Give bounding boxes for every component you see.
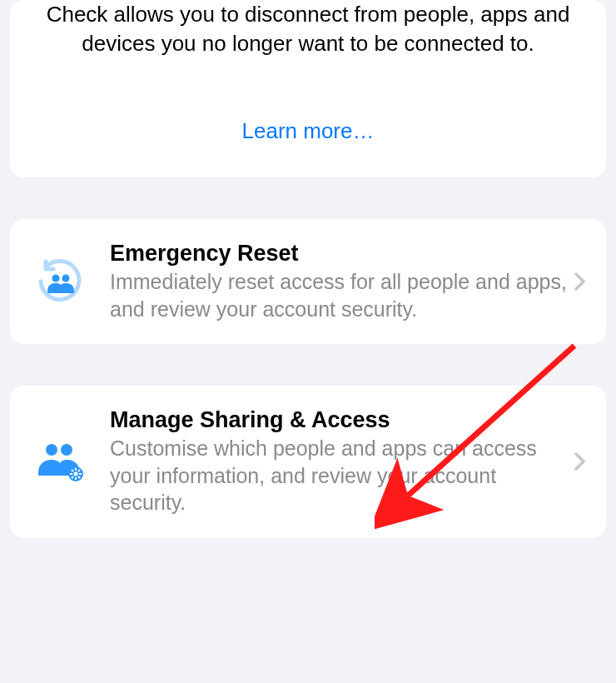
- svg-line-12: [72, 476, 73, 478]
- svg-line-10: [72, 470, 73, 471]
- svg-point-5: [74, 472, 78, 476]
- manage-sharing-row[interactable]: Manage Sharing & Access Customise which …: [10, 386, 606, 538]
- emergency-reset-row[interactable]: Emergency Reset Immediately reset access…: [10, 219, 606, 344]
- emergency-reset-text: Emergency Reset Immediately reset access…: [110, 241, 568, 322]
- svg-point-2: [46, 444, 57, 456]
- emergency-reset-title: Emergency Reset: [110, 241, 568, 267]
- svg-line-13: [78, 470, 80, 471]
- svg-line-11: [78, 476, 80, 478]
- emergency-reset-icon: [30, 257, 90, 307]
- manage-sharing-subtitle: Customise which people and apps can acce…: [110, 435, 568, 516]
- intro-card: Check allows you to disconnect from peop…: [10, 0, 606, 177]
- svg-point-3: [61, 444, 72, 456]
- chevron-right-icon: [574, 452, 586, 471]
- chevron-right-icon: [574, 272, 586, 291]
- intro-description: Check allows you to disconnect from peop…: [43, 0, 573, 58]
- svg-point-1: [62, 275, 70, 282]
- svg-point-0: [52, 275, 60, 282]
- manage-sharing-icon: [30, 441, 90, 482]
- manage-sharing-title: Manage Sharing & Access: [110, 407, 568, 433]
- emergency-reset-subtitle: Immediately reset access for all people …: [110, 268, 568, 322]
- manage-sharing-text: Manage Sharing & Access Customise which …: [110, 407, 568, 516]
- learn-more-link[interactable]: Learn more…: [242, 118, 375, 144]
